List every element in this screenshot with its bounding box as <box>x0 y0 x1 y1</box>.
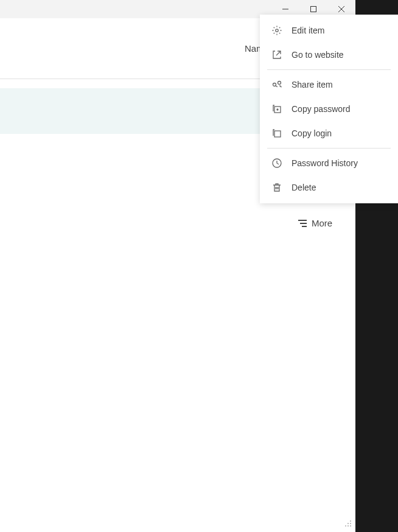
footer-more-button[interactable]: More <box>298 218 332 228</box>
menu-copy-password[interactable]: Copy password <box>260 97 398 121</box>
external-link-icon <box>271 49 283 61</box>
gear-icon <box>271 24 283 37</box>
svg-point-21 <box>347 525 349 527</box>
menu-edit-item[interactable]: Edit item <box>260 18 398 43</box>
menu-item-label: Delete <box>292 183 316 192</box>
share-icon <box>271 79 283 91</box>
menu-share-item[interactable]: Share item <box>260 72 398 97</box>
resize-grip-icon[interactable] <box>344 520 352 527</box>
svg-point-22 <box>350 525 351 527</box>
menu-divider <box>267 148 391 149</box>
svg-rect-15 <box>300 223 307 224</box>
svg-rect-1 <box>311 7 316 12</box>
history-icon <box>271 157 283 169</box>
menu-item-label: Password History <box>292 158 358 168</box>
menu-item-label: Share item <box>292 80 333 89</box>
svg-point-7 <box>276 29 278 32</box>
svg-point-19 <box>350 523 351 524</box>
menu-go-to-website[interactable]: Go to website <box>260 43 398 67</box>
menu-delete[interactable]: Delete <box>260 175 398 200</box>
menu-divider <box>267 69 391 70</box>
menu-item-label: Edit item <box>292 26 324 35</box>
trash-icon <box>271 181 283 194</box>
menu-item-label: Copy password <box>292 104 351 114</box>
menu-password-history[interactable]: Password History <box>260 151 398 175</box>
svg-rect-16 <box>302 226 307 227</box>
menu-item-label: Go to website <box>292 50 344 60</box>
filter-icon <box>298 220 307 227</box>
copy-login-icon <box>271 127 283 139</box>
copy-password-icon <box>271 103 283 115</box>
context-menu: Edit item Go to website Share item Copy … <box>260 15 398 203</box>
svg-point-17 <box>350 520 351 522</box>
menu-item-label: Copy login <box>292 128 332 138</box>
menu-copy-login[interactable]: Copy login <box>260 121 398 145</box>
svg-point-11 <box>277 109 278 110</box>
svg-point-9 <box>278 82 281 85</box>
footer-more-label: More <box>312 218 332 228</box>
svg-rect-14 <box>298 220 307 221</box>
svg-rect-12 <box>274 131 281 137</box>
svg-point-20 <box>345 525 346 527</box>
svg-point-18 <box>347 523 349 524</box>
